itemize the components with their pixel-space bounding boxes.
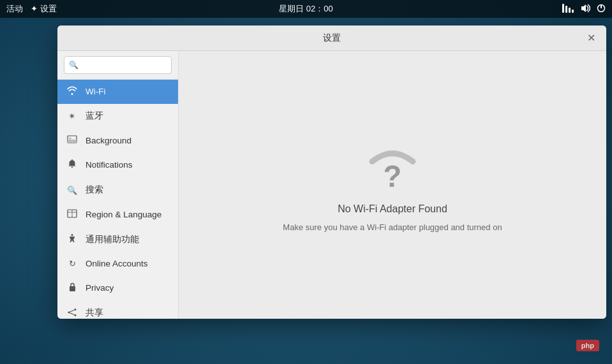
- window-titlebar: 设置 ✕: [57, 25, 606, 51]
- online-accounts-icon: ↻: [66, 259, 78, 268]
- activities-button[interactable]: 活动: [6, 3, 23, 15]
- sidebar-search-container: 🔍: [57, 51, 178, 80]
- bluetooth-icon: ✴: [66, 111, 78, 121]
- svg-point-12: [71, 234, 73, 236]
- close-button[interactable]: ✕: [583, 31, 599, 46]
- sidebar-bluetooth-label: 蓝牙: [86, 110, 169, 122]
- svg-rect-1: [565, 6, 567, 13]
- no-wifi-desc: Make sure you have a Wi-Fi adapter plugg…: [283, 222, 502, 232]
- svg-line-17: [70, 310, 74, 312]
- svg-point-16: [68, 311, 70, 313]
- settings-window: 设置 ✕ 🔍: [57, 25, 606, 319]
- sidebar-search-label: 搜索: [86, 184, 169, 196]
- search-input[interactable]: [64, 56, 172, 74]
- settings-menu[interactable]: ✦ 设置: [31, 3, 57, 15]
- sidebar-online-label: Online Accounts: [86, 259, 169, 268]
- svg-text:?: ?: [384, 159, 402, 193]
- topbar: 活动 ✦ 设置 星期日 02：00: [0, 0, 612, 18]
- svg-rect-13: [70, 286, 75, 291]
- svg-line-18: [70, 312, 74, 314]
- search-nav-icon: 🔍: [66, 186, 78, 195]
- topbar-clock: 星期日 02：00: [279, 3, 333, 15]
- main-content: ? No Wi-Fi Adapter Found Make sure you h…: [179, 51, 606, 319]
- php-watermark: php: [576, 340, 599, 351]
- svg-rect-0: [562, 4, 564, 13]
- network-icon[interactable]: [562, 4, 574, 15]
- sidebar-item-notifications[interactable]: Notifications: [57, 152, 178, 178]
- accessibility-icon: [66, 233, 78, 245]
- privacy-icon: [66, 282, 78, 294]
- desktop: 活动 ✦ 设置 星期日 02：00: [0, 0, 612, 364]
- sidebar-accessibility-label: 通用辅助功能: [86, 234, 169, 245]
- sidebar-item-search[interactable]: 🔍 搜索: [57, 178, 178, 203]
- volume-icon[interactable]: [580, 4, 590, 15]
- sidebar-item-region[interactable]: Region & Language: [57, 203, 178, 227]
- sidebar-notifications-label: Notifications: [86, 160, 169, 170]
- sidebar-item-background[interactable]: Background: [57, 129, 178, 152]
- sharing-icon: [66, 308, 78, 319]
- sidebar-privacy-label: Privacy: [86, 283, 169, 293]
- wifi-icon: [66, 86, 78, 97]
- wifi-placeholder: ? No Wi-Fi Adapter Found Make sure you h…: [283, 138, 502, 232]
- topbar-left: 活动 ✦ 设置: [6, 3, 57, 15]
- background-icon: [66, 135, 78, 145]
- sidebar-wifi-label: Wi-Fi: [86, 87, 169, 96]
- region-icon: [66, 209, 78, 220]
- sidebar-background-label: Background: [86, 136, 169, 145]
- svg-point-8: [70, 138, 71, 140]
- notifications-icon: [66, 159, 78, 171]
- svg-point-14: [75, 309, 77, 310]
- svg-rect-3: [572, 10, 574, 13]
- sidebar: 🔍 Wi-Fi: [57, 51, 179, 319]
- sidebar-item-wifi[interactable]: Wi-Fi: [57, 80, 178, 104]
- sidebar-region-label: Region & Language: [86, 210, 169, 219]
- sidebar-item-online-accounts[interactable]: ↻ Online Accounts: [57, 252, 178, 275]
- svg-point-15: [75, 314, 77, 316]
- sidebar-item-accessibility[interactable]: 通用辅助功能: [57, 227, 178, 252]
- sidebar-item-sharing[interactable]: 共享: [57, 301, 178, 319]
- power-icon[interactable]: [597, 4, 606, 15]
- svg-rect-2: [569, 8, 571, 13]
- topbar-right: [562, 4, 606, 15]
- sidebar-sharing-label: 共享: [86, 307, 169, 319]
- no-wifi-icon: ?: [361, 138, 424, 196]
- window-title: 设置: [80, 33, 583, 44]
- svg-rect-7: [68, 140, 77, 143]
- no-wifi-title: No Wi-Fi Adapter Found: [338, 203, 447, 215]
- sidebar-item-privacy[interactable]: Privacy: [57, 275, 178, 301]
- sidebar-item-bluetooth[interactable]: ✴ 蓝牙: [57, 104, 178, 129]
- window-body: 🔍 Wi-Fi: [57, 51, 606, 319]
